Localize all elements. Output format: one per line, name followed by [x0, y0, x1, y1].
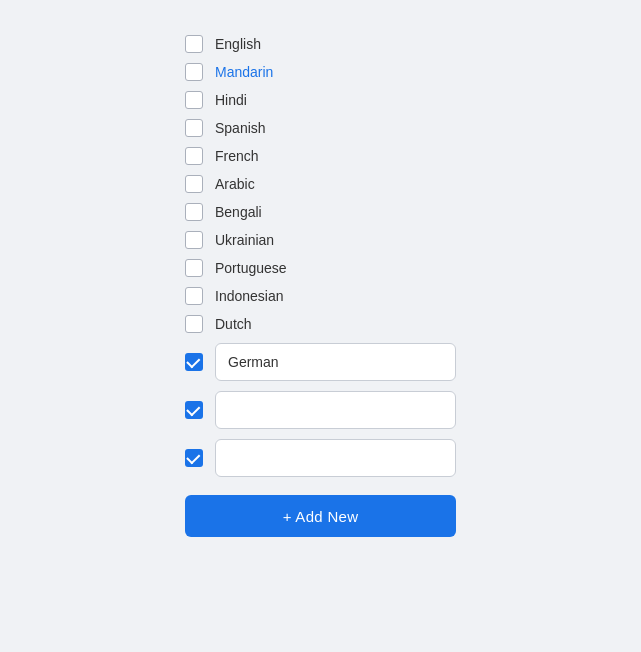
label-english: English [215, 36, 261, 52]
custom-language-input-2[interactable] [215, 391, 456, 429]
label-ukrainian: Ukrainian [215, 232, 274, 248]
checkbox-dutch[interactable] [185, 315, 203, 333]
label-indonesian: Indonesian [215, 288, 284, 304]
checkbox-english[interactable] [185, 35, 203, 53]
custom-language-row-1 [185, 343, 456, 381]
language-row-portuguese: Portuguese [185, 259, 456, 277]
label-mandarin: Mandarin [215, 64, 273, 80]
checkbox-arabic[interactable] [185, 175, 203, 193]
checkbox-bengali[interactable] [185, 203, 203, 221]
language-row-french: French [185, 147, 456, 165]
checkbox-ukrainian[interactable] [185, 231, 203, 249]
language-row-arabic: Arabic [185, 175, 456, 193]
language-row-spanish: Spanish [185, 119, 456, 137]
language-row-dutch: Dutch [185, 315, 456, 333]
custom-language-input-3[interactable] [215, 439, 456, 477]
language-selector: English Mandarin Hindi Spanish French Ar… [15, 15, 626, 557]
label-bengali: Bengali [215, 204, 262, 220]
custom-language-row-2 [185, 391, 456, 429]
label-spanish: Spanish [215, 120, 266, 136]
language-row-bengali: Bengali [185, 203, 456, 221]
language-row-mandarin: Mandarin [185, 63, 456, 81]
add-new-button[interactable]: + Add New [185, 495, 456, 537]
checkbox-custom-3[interactable] [185, 449, 203, 467]
label-hindi: Hindi [215, 92, 247, 108]
checkbox-hindi[interactable] [185, 91, 203, 109]
custom-language-input-1[interactable] [215, 343, 456, 381]
label-arabic: Arabic [215, 176, 255, 192]
checkbox-custom-2[interactable] [185, 401, 203, 419]
label-portuguese: Portuguese [215, 260, 287, 276]
checkbox-french[interactable] [185, 147, 203, 165]
label-dutch: Dutch [215, 316, 252, 332]
language-row-english: English [185, 35, 456, 53]
checkbox-indonesian[interactable] [185, 287, 203, 305]
language-row-indonesian: Indonesian [185, 287, 456, 305]
checkbox-custom-1[interactable] [185, 353, 203, 371]
language-row-hindi: Hindi [185, 91, 456, 109]
checkbox-portuguese[interactable] [185, 259, 203, 277]
label-french: French [215, 148, 259, 164]
custom-language-row-3 [185, 439, 456, 477]
checkbox-mandarin[interactable] [185, 63, 203, 81]
language-row-ukrainian: Ukrainian [185, 231, 456, 249]
checkbox-spanish[interactable] [185, 119, 203, 137]
